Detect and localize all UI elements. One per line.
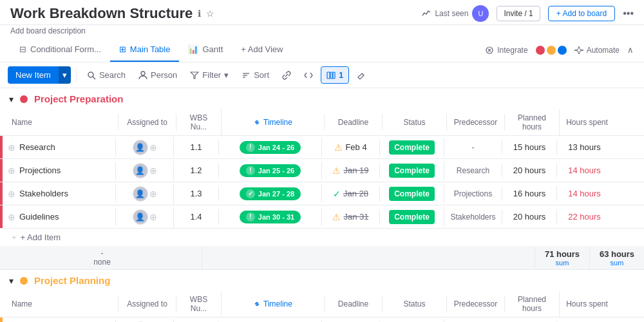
tab-add-view[interactable]: + Add View — [232, 38, 292, 62]
timeline-bar-guidelines: ! Jan 30 - 31 — [240, 211, 301, 223]
cell-pred-guidelines: Stakeholders — [444, 210, 502, 224]
collapse-icon[interactable]: ∧ — [627, 45, 634, 55]
cell-deadline-guidelines: ⚠ Jan 31 — [322, 209, 380, 225]
cell-planned-guidelines: 20 hours — [502, 209, 557, 224]
cell-hours-spent-guidelines: 22 hours — [557, 209, 612, 224]
filter-button[interactable]: Filter ▾ — [185, 67, 234, 83]
avatar-research[interactable]: 👤 — [133, 140, 148, 155]
row-add-icon[interactable]: ⊕ — [8, 166, 15, 176]
group-toggle-planning[interactable]: ▾ — [9, 276, 14, 286]
top-header: Work Breakdown Structure ℹ ☆ Last seen U… — [0, 0, 644, 25]
add-to-board-button[interactable]: + Add to board — [548, 6, 615, 21]
deadline-warn-icon: ⚠ — [332, 166, 341, 176]
svg-point-12 — [20, 95, 28, 103]
automate-icon — [574, 46, 583, 55]
timeline-bar-research: ! Jan 24 - 26 — [240, 141, 301, 154]
new-item-caret[interactable]: ▾ — [59, 66, 71, 84]
tab-bar: ⊟ Conditional Form... ⊞ Main Table 📊 Gan… — [0, 38, 644, 62]
link-button[interactable] — [277, 68, 296, 83]
cell-timeline-research[interactable]: ! Jan 24 - 26 — [219, 138, 322, 156]
person-filter-icon — [138, 71, 147, 80]
col-header-wbs: WBS Nu... — [176, 109, 222, 135]
automate-button[interactable]: Automate — [574, 46, 620, 55]
tab-main-table[interactable]: ⊞ Main Table — [110, 38, 180, 62]
columns-button[interactable]: 1 — [321, 66, 349, 84]
link-icon — [282, 71, 291, 80]
cell-name-goal-setting: ⊕ Goal Setting — [3, 320, 116, 323]
tab-gantt[interactable]: 📊 Gantt — [179, 38, 232, 62]
board-subtitle[interactable]: Add board description — [0, 25, 644, 38]
user-avatar: U — [472, 5, 489, 22]
cell-deadline-projections: ⚠ Jan 19 — [322, 163, 380, 178]
table-area: ▾ Project Preparation Name Assigned to W… — [0, 88, 644, 322]
edit-button[interactable] — [352, 68, 371, 83]
color-dot-blue — [558, 46, 567, 55]
svg-rect-10 — [333, 72, 335, 79]
new-item-button[interactable]: New Item ▾ — [8, 66, 71, 84]
col-header-name: Name — [3, 114, 118, 131]
cell-timeline-projections[interactable]: ! Jan 25 - 26 — [219, 162, 322, 180]
row-add-icon[interactable]: ⊕ — [8, 142, 15, 153]
add-assigned-icon[interactable]: ⊕ — [149, 212, 157, 222]
table-row: ⊕ Research 👤 ⊕ 1.1 ! Jan 24 - 26 ⚠ Feb 4… — [0, 136, 644, 159]
avatar-projections[interactable]: 👤 — [133, 163, 148, 178]
svg-point-13 — [20, 277, 28, 285]
tab-conditional-form[interactable]: ⊟ Conditional Form... — [10, 38, 110, 62]
col-header-wbs-planning: WBS Nu... — [176, 291, 222, 317]
avatar-stakeholders[interactable]: 👤 — [133, 186, 148, 202]
group-color-indicator-pink — [19, 94, 29, 104]
cell-planned-research: 15 hours — [502, 140, 557, 155]
invite-button[interactable]: Invite / 1 — [497, 6, 540, 21]
search-button[interactable]: Search — [82, 67, 131, 83]
filter-icon — [190, 71, 199, 80]
color-dot-orange — [547, 46, 556, 55]
cell-assigned-stakeholders: 👤 ⊕ — [116, 184, 174, 204]
group-project-preparation: ▾ Project Preparation Name Assigned to W… — [0, 88, 644, 270]
person-button[interactable]: Person — [133, 67, 182, 83]
row-add-icon[interactable]: ⊕ — [8, 212, 15, 222]
sort-button[interactable]: Sort — [236, 67, 274, 83]
col-header-name-planning: Name — [3, 296, 118, 312]
search-icon — [87, 71, 96, 80]
tab-right-actions: Integrate Automate ∧ — [485, 45, 634, 55]
timeline-link-icon — [253, 118, 261, 126]
cell-wbs-projections: 1.2 — [174, 163, 219, 178]
cell-timeline-guidelines[interactable]: ! Jan 30 - 31 — [219, 208, 322, 226]
deadline-ok-icon: ✓ — [333, 189, 341, 199]
cell-timeline-stakeholders[interactable]: ✓ Jan 27 - 28 — [219, 185, 322, 203]
cell-status-guidelines[interactable]: Complete — [380, 207, 444, 227]
row-add-icon[interactable]: ⊕ — [8, 189, 15, 199]
info-icon[interactable]: ℹ — [198, 8, 201, 19]
cell-timeline-goal-setting[interactable]: ✓ Feb 10 - 13 — [219, 320, 322, 323]
board-title: Work Breakdown Structure — [10, 5, 193, 22]
group-toggle-preparation[interactable]: ▾ — [9, 94, 14, 104]
more-options-icon[interactable]: ••• — [623, 8, 634, 19]
cell-wbs-research: 1.1 — [174, 140, 219, 155]
add-item-preparation[interactable]: + + Add Item — [0, 229, 644, 246]
add-assigned-icon[interactable]: ⊕ — [149, 142, 157, 153]
sort-icon — [242, 71, 251, 80]
activity-icon — [422, 9, 431, 18]
avatar-guidelines[interactable]: 👤 — [133, 209, 148, 225]
cell-deadline-stakeholders: ✓ Jan 28 — [322, 186, 380, 202]
star-icon[interactable]: ☆ — [206, 8, 214, 19]
cell-status-projections[interactable]: Complete — [380, 161, 444, 180]
add-assigned-icon[interactable]: ⊕ — [149, 166, 157, 176]
add-assigned-icon[interactable]: ⊕ — [149, 189, 157, 199]
integrate-button[interactable]: Integrate — [485, 46, 527, 55]
sum-dash: - — [101, 249, 104, 258]
svg-point-3 — [141, 71, 145, 75]
cell-status-stakeholders[interactable]: Complete — [380, 184, 444, 204]
col-headers-preparation: Name Assigned to WBS Nu... Timeline Dead… — [0, 109, 644, 136]
cell-status-research[interactable]: Complete — [380, 138, 444, 157]
cell-status-goal-setting[interactable]: Complete — [380, 319, 444, 323]
table-row: ⊕ Guidelines 👤 ⊕ 1.4 ! Jan 30 - 31 ⚠ Jan… — [0, 205, 644, 229]
deadline-warn-icon: ⚠ — [334, 142, 343, 153]
cell-pred-projections: Research — [444, 164, 502, 178]
col-header-status: Status — [383, 114, 447, 131]
table-row: ⊕ Projections 👤 ⊕ 1.2 ! Jan 25 - 26 ⚠ Ja… — [0, 159, 644, 182]
col-header-planned: Planned hours — [505, 109, 560, 135]
svg-rect-9 — [330, 72, 332, 79]
embed-button[interactable] — [299, 68, 318, 83]
table-row: ⊕ Goal Setting 👤 ⊕ 1.5 ✓ Feb 10 - 13 ✓ F… — [0, 317, 644, 322]
